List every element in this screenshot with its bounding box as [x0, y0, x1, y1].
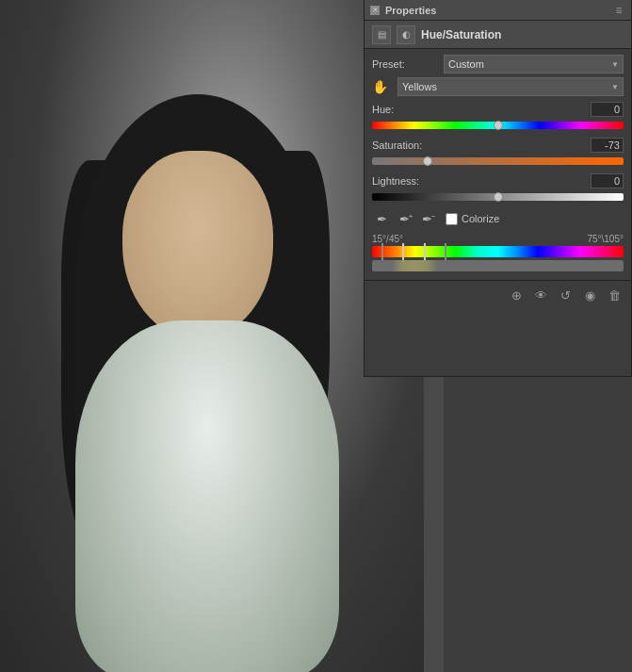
panel-title: Properties [385, 5, 436, 16]
saturation-section: Saturation: [372, 138, 624, 168]
eyedropper-1-icon: ✒ [377, 212, 387, 226]
marker-15[interactable] [381, 243, 383, 260]
panel-close-button[interactable]: ✕ [370, 6, 380, 15]
add-layer-icon: ⊕ [511, 288, 522, 303]
eyedropper-2-icon: ✒+ [399, 212, 410, 226]
eyedropper-3-icon: ✒− [422, 212, 432, 226]
hue-thumb[interactable] [494, 121, 503, 130]
channel-row: ✋ Yellows ▼ [372, 77, 624, 96]
colorize-group: Colorize [446, 213, 499, 225]
range-label-left: 15°/45° [372, 234, 403, 244]
marker-75[interactable] [424, 243, 426, 260]
saturation-gradient-track [372, 157, 624, 165]
eye-button[interactable]: 👁 [531, 287, 550, 305]
lightness-section: Lightness: [372, 173, 624, 204]
panel-icon-2: ◐ [402, 29, 411, 40]
hand-icon: ✋ [372, 79, 388, 94]
lightness-header: Lightness: [372, 173, 624, 188]
hue-value-input[interactable] [591, 102, 624, 117]
panel-header-title: Hue/Saturation [421, 28, 624, 41]
panel-titlebar: ✕ Properties ≡ [365, 0, 631, 21]
panel-icon-btn-1[interactable]: ▤ [372, 25, 391, 44]
lightness-slider-track[interactable] [372, 190, 624, 204]
channel-arrow: ▼ [611, 83, 619, 91]
hue-header: Hue: [372, 102, 624, 117]
hue-slider-track[interactable] [372, 119, 624, 132]
eyedropper-button-3[interactable]: ✒− [417, 209, 436, 228]
tools-row: ✒ ✒+ ✒− Colorize [372, 209, 624, 228]
panel-menu-button[interactable]: ≡ [612, 4, 625, 17]
panel-content: Preset: Custom ▼ ✋ Yellows ▼ Hue: [365, 49, 631, 280]
visibility-icon: ◉ [585, 288, 595, 303]
top-spectrum-bar [372, 246, 624, 257]
panel-icon-1: ▤ [378, 29, 386, 40]
hue-label: Hue: [372, 104, 394, 115]
range-labels: 15°/45° 75°\105° [372, 234, 624, 244]
preset-row: Preset: Custom ▼ [372, 55, 624, 74]
color-range-area: 15°/45° 75°\105° [372, 234, 624, 271]
panel-title-left: ✕ Properties [370, 5, 436, 16]
panel-bottom-toolbar: ⊕ 👁 ↺ ◉ 🗑 [365, 280, 631, 310]
saturation-header: Saturation: [372, 138, 624, 153]
lightness-value-input[interactable] [591, 173, 624, 188]
eyedropper-button-1[interactable]: ✒ [372, 209, 391, 228]
bottom-spectrum-bar [372, 260, 624, 271]
colorize-checkbox[interactable] [446, 213, 458, 225]
channel-dropdown[interactable]: Yellows ▼ [397, 77, 624, 96]
marker-105[interactable] [445, 243, 446, 260]
panel-header: ▤ ◐ Hue/Saturation [365, 21, 631, 49]
properties-panel: ✕ Properties ≡ ▤ ◐ Hue/Saturation Preset… [364, 0, 632, 377]
preset-value: Custom [448, 58, 484, 70]
delete-button[interactable]: 🗑 [605, 287, 624, 305]
preset-label: Preset: [372, 58, 438, 70]
add-layer-button[interactable]: ⊕ [507, 287, 526, 305]
eye-icon: 👁 [535, 288, 547, 303]
saturation-label: Saturation: [372, 139, 422, 151]
channel-value: Yellows [402, 81, 437, 92]
hue-section: Hue: [372, 102, 624, 132]
lightness-thumb[interactable] [494, 192, 503, 202]
panel-icon-btn-2[interactable]: ◐ [397, 25, 415, 44]
saturation-value-input[interactable] [591, 138, 624, 153]
reset-icon: ↺ [560, 288, 571, 303]
reset-button[interactable]: ↺ [556, 287, 575, 305]
face [122, 151, 273, 339]
saturation-thumb[interactable] [423, 156, 432, 166]
body [75, 320, 339, 672]
trash-icon: 🗑 [608, 288, 621, 303]
saturation-slider-track[interactable] [372, 155, 624, 168]
marker-45[interactable] [402, 243, 404, 260]
top-spectrum-gradient [372, 246, 624, 257]
colorize-label: Colorize [462, 213, 499, 224]
eyedropper-button-2[interactable]: ✒+ [395, 209, 413, 228]
preset-dropdown[interactable]: Custom ▼ [444, 55, 624, 74]
preset-arrow: ▼ [611, 60, 619, 69]
lightness-label: Lightness: [372, 175, 419, 187]
visibility-button[interactable]: ◉ [580, 287, 599, 305]
bottom-spectrum-gradient [372, 260, 624, 271]
range-label-right: 75°\105° [587, 234, 624, 244]
